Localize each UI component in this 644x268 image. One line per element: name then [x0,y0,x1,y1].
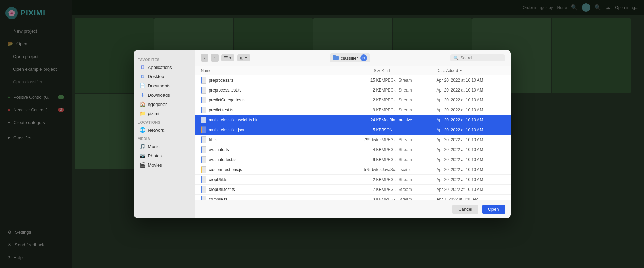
file-size: 15 KB [348,78,382,83]
col-size-header: Size [348,68,382,73]
file-icon [201,77,206,84]
file-date: Apr 7, 2022 at 8:48 AM [437,197,505,200]
file-row[interactable]: fit.ts 799 bytes MPEG-...Stream Apr 20, … [195,135,511,145]
file-size: 2 KB [348,177,382,182]
file-size: 9 KB [348,157,382,162]
nav-back-button[interactable]: ‹ [201,54,208,62]
cancel-button[interactable]: Cancel [452,205,478,214]
dialog-sidebar: Favorites 🖥 Applications 🖥 Desktop 📄 Doc… [134,50,195,218]
dialog-sidebar-network[interactable]: 🌐 Network [135,125,194,134]
file-name-cell: compile.ts [201,196,348,200]
file-date: Apr 20, 2022 at 10:10 AM [437,98,505,102]
search-icon: 🔍 [453,56,459,60]
file-icon [201,186,206,193]
dialog-sidebar-applications[interactable]: 🖥 Applications [135,63,194,72]
file-size: 9 KB [348,108,382,112]
file-kind: MPEG-...Stream [382,137,437,142]
file-row[interactable]: custom-test-env.js 575 bytes JavaSc...t … [195,165,511,175]
dialog-sidebar-documents[interactable]: 📄 Documents [135,81,194,90]
file-date: Apr 20, 2022 at 10:10 AM [437,137,505,142]
file-size: 575 bytes [348,167,382,172]
file-name-cell: preprocess.ts [201,77,348,84]
folder-icon [333,56,339,60]
file-kind: MPEG-...Stream [382,78,437,83]
home-icon: 🏠 [140,101,145,107]
dialog-sidebar-downloads[interactable]: ⬇ Downloads [135,90,194,99]
locations-section-label: Locations [134,118,195,125]
file-kind: JSON [382,127,437,132]
dialog-overlay: Favorites 🖥 Applications 🖥 Desktop 📄 Doc… [0,0,644,268]
file-date: Apr 20, 2022 at 10:10 AM [437,88,505,93]
file-date: Apr 20, 2022 at 10:10 AM [437,187,505,192]
desktop-label: Desktop [148,74,165,79]
file-row[interactable]: mnist_classifier.weights.bin 24 KB MacBi… [195,115,511,125]
file-row[interactable]: mnist_classifier.json 5 KB JSON Apr 20, … [195,125,511,135]
nav-forward-button[interactable]: › [211,54,219,62]
file-row[interactable]: predict.test.ts 9 KB MPEG-...Stream Apr … [195,105,511,115]
file-name: predict.test.ts [209,108,233,112]
file-size: 3 KB [348,197,382,200]
search-input[interactable] [461,56,502,60]
file-kind: MacBin...archive [382,118,437,122]
dialog-sidebar-ngogober[interactable]: 🏠 ngogober [135,100,194,109]
list-view-chevron: ▼ [229,56,232,60]
file-kind: MPEG-...Stream [382,177,437,182]
dialog-sidebar-desktop[interactable]: 🖥 Desktop [135,72,194,81]
photos-icon: 📷 [140,153,145,158]
path-refresh-button[interactable]: ↻ [360,54,367,61]
dialog-footer: Cancel Open [195,200,511,218]
file-row[interactable]: cropUtil.ts 2 KB MPEG-...Stream Apr 20, … [195,175,511,185]
file-name-cell: mnist_classifier.weights.bin [201,117,348,123]
file-row[interactable]: compile.ts 3 KB MPEG-...Stream Apr 7, 20… [195,195,511,200]
file-name: evaluate.ts [209,147,229,152]
file-date: Apr 20, 2022 at 10:10 AM [437,108,505,112]
file-row[interactable]: evaluate.ts 4 KB MPEG-...Stream Apr 20, … [195,145,511,155]
file-size: 799 bytes [348,137,382,142]
file-name: mnist_classifier.json [209,127,246,132]
file-kind: MPEG-...Stream [382,187,437,192]
favorites-section-label: Favorites [134,56,195,62]
file-kind: JavaSc...t script [382,167,437,172]
file-kind: MPEG-...Stream [382,157,437,162]
file-name: custom-test-env.js [209,167,242,172]
ngogober-label: ngogober [148,102,167,107]
file-size: 4 KB [348,147,382,152]
dialog-toolbar: ‹ › ☰ ▼ ⊞ ▼ classifier ↻ [195,50,511,66]
file-row[interactable]: predictCategories.ts 2 KB MPEG-...Stream… [195,95,511,105]
music-label: Music [148,144,160,149]
file-icon [201,196,206,200]
movies-icon: 🎬 [140,162,145,168]
dialog-main: ‹ › ☰ ▼ ⊞ ▼ classifier ↻ [195,50,511,218]
file-dialog: Favorites 🖥 Applications 🖥 Desktop 📄 Doc… [134,50,511,218]
file-size: 24 KB [348,118,382,122]
file-icon [201,156,206,163]
open-button[interactable]: Open [482,205,505,214]
media-section-label: Media [134,135,195,142]
dialog-sidebar-movies[interactable]: 🎬 Movies [135,160,194,169]
file-date: Apr 20, 2022 at 10:10 AM [437,118,505,122]
file-row[interactable]: evaluate.test.ts 9 KB MPEG-...Stream Apr… [195,155,511,165]
documents-label: Documents [148,83,171,88]
col-name-header: Name [201,68,348,73]
dialog-sidebar-photos[interactable]: 📷 Photos [135,151,194,160]
file-name-cell: evaluate.ts [201,146,348,153]
dialog-sidebar-music[interactable]: 🎵 Music [135,142,194,151]
file-name-cell: cropUtil.ts [201,176,348,183]
file-row[interactable]: cropUtil.test.ts 7 KB MPEG-...Stream Apr… [195,185,511,195]
file-name: preprocess.ts [209,78,234,83]
file-date: Apr 20, 2022 at 10:10 AM [437,157,505,162]
file-icon [201,97,206,103]
file-name: compile.ts [209,197,228,200]
file-row[interactable]: preprocess.test.ts 2 KB MPEG-...Stream A… [195,85,511,95]
file-table: Name Size Kind Date Added ▼ preprocess.t… [195,66,511,200]
list-view-button[interactable]: ☰ ▼ [221,54,235,61]
file-row[interactable]: preprocess.ts 15 KB MPEG-...Stream Apr 2… [195,75,511,85]
file-size: 2 KB [348,98,382,102]
dialog-sidebar-piximi[interactable]: 📁 piximi [135,109,194,118]
icon-view-button[interactable]: ⊞ ▼ [237,54,250,61]
file-table-header: Name Size Kind Date Added ▼ [195,66,511,75]
path-folder-display: classifier ↻ [330,53,370,62]
file-icon [201,126,206,133]
col-kind-header: Kind [382,68,437,73]
file-kind: MPEG-...Stream [382,197,437,200]
